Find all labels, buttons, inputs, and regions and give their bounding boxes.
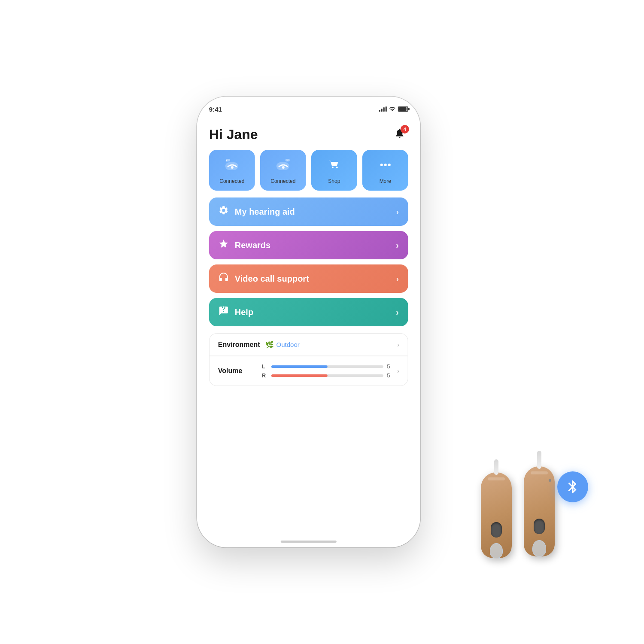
environment-chevron-icon: › bbox=[397, 341, 399, 348]
volume-chevron-icon: › bbox=[397, 368, 399, 374]
hearing-aid-right bbox=[524, 451, 558, 562]
volume-right-fill bbox=[271, 374, 328, 377]
more-tile[interactable]: More bbox=[362, 150, 408, 191]
phone-screen: 9:41 bbox=[197, 97, 420, 547]
right-aid-tip bbox=[532, 540, 546, 556]
svg-point-3 bbox=[231, 166, 233, 169]
greeting-text: Hi Jane bbox=[209, 127, 258, 143]
bottom-cards: Environment 🌿 Outdoor › Volume L bbox=[209, 333, 408, 386]
volume-left-number: 5 bbox=[387, 363, 392, 370]
svg-point-12 bbox=[388, 164, 390, 166]
quick-actions: L Connected R bbox=[209, 150, 408, 191]
signal-icon bbox=[379, 106, 387, 112]
environment-value[interactable]: 🌿 Outdoor bbox=[265, 340, 300, 349]
video-btn-left: Video call support bbox=[219, 272, 309, 285]
left-aid-tip bbox=[490, 543, 503, 558]
svg-point-10 bbox=[380, 164, 383, 166]
hearing-aids-illustration bbox=[438, 395, 567, 588]
volume-left-row: L 5 bbox=[262, 363, 392, 370]
right-aid-tube bbox=[537, 451, 541, 469]
volume-controls: L 5 R 5 bbox=[262, 363, 392, 379]
app-header: Hi Jane 4 bbox=[209, 126, 408, 143]
headset-icon bbox=[219, 272, 229, 285]
hearing-aid-chevron-icon: › bbox=[396, 207, 399, 217]
help-icon bbox=[219, 306, 229, 319]
hearing-aid-btn-text: My hearing aid bbox=[235, 207, 295, 217]
right-aid-body bbox=[524, 466, 555, 556]
status-icons bbox=[379, 106, 408, 112]
svg-point-11 bbox=[384, 164, 386, 166]
left-aid-button bbox=[491, 522, 502, 538]
volume-right-number: 5 bbox=[387, 372, 392, 379]
battery-icon bbox=[398, 106, 408, 112]
rewards-chevron-icon: › bbox=[396, 240, 399, 250]
volume-card[interactable]: Volume L 5 R bbox=[210, 356, 408, 386]
left-hearing-aid-icon: L bbox=[223, 156, 241, 174]
hearing-aid-button[interactable]: My hearing aid › bbox=[209, 197, 408, 226]
bluetooth-badge bbox=[557, 471, 588, 502]
video-call-button[interactable]: Video call support › bbox=[209, 264, 408, 293]
environment-setting: Outdoor bbox=[276, 341, 300, 348]
notification-badge: 4 bbox=[401, 125, 409, 134]
phone-shell: 9:41 bbox=[197, 97, 420, 547]
status-bar: 9:41 bbox=[197, 97, 420, 115]
dots-icon bbox=[376, 156, 394, 174]
help-btn-text: Help bbox=[235, 307, 253, 317]
svg-point-7 bbox=[282, 166, 284, 169]
volume-label: Volume bbox=[218, 367, 257, 375]
volume-left-track bbox=[271, 365, 383, 368]
help-btn-left: Help bbox=[219, 306, 253, 319]
home-bar bbox=[281, 541, 337, 543]
bluetooth-icon bbox=[565, 479, 580, 495]
svg-text:L: L bbox=[226, 159, 227, 162]
video-btn-text: Video call support bbox=[235, 274, 309, 284]
help-button[interactable]: Help › bbox=[209, 298, 408, 326]
left-aid-body bbox=[481, 472, 512, 558]
volume-left-channel: L bbox=[262, 363, 268, 370]
volume-left-fill bbox=[271, 365, 328, 368]
leaf-icon: 🌿 bbox=[265, 340, 274, 349]
left-aid-tube bbox=[494, 459, 498, 475]
shop-tile[interactable]: Shop bbox=[311, 150, 357, 191]
svg-text:R: R bbox=[286, 159, 288, 162]
right-aid-label: Connected bbox=[270, 178, 295, 184]
star-icon bbox=[219, 239, 229, 252]
volume-right-row: R 5 bbox=[262, 372, 392, 379]
app-content: Hi Jane 4 bbox=[197, 115, 420, 535]
volume-right-track bbox=[271, 374, 383, 377]
rewards-btn-left: Rewards bbox=[219, 239, 270, 252]
rewards-btn-text: Rewards bbox=[235, 240, 270, 250]
wifi-icon bbox=[389, 106, 396, 112]
environment-label: Environment bbox=[218, 341, 260, 349]
left-aid-tile[interactable]: L Connected bbox=[209, 150, 255, 191]
left-aid-label: Connected bbox=[219, 178, 244, 184]
status-time: 9:41 bbox=[209, 106, 222, 113]
right-aid-button bbox=[534, 519, 545, 534]
right-hearing-aid-icon: R bbox=[274, 156, 292, 174]
more-label: More bbox=[380, 178, 391, 184]
environment-card[interactable]: Environment 🌿 Outdoor › bbox=[210, 334, 408, 356]
home-indicator bbox=[197, 535, 420, 547]
right-aid-tile[interactable]: R Connected bbox=[260, 150, 306, 191]
svg-point-9 bbox=[336, 167, 337, 168]
svg-point-8 bbox=[331, 167, 333, 168]
volume-right-channel: R bbox=[262, 372, 268, 379]
video-chevron-icon: › bbox=[396, 274, 399, 284]
scene: 9:41 bbox=[86, 21, 558, 623]
gear-icon bbox=[219, 205, 229, 218]
hearing-aid-left bbox=[481, 459, 515, 571]
cart-icon bbox=[325, 156, 343, 174]
help-chevron-icon: › bbox=[396, 307, 399, 317]
menu-buttons: My hearing aid › Rewards bbox=[209, 197, 408, 326]
rewards-button[interactable]: Rewards › bbox=[209, 231, 408, 259]
hearing-aid-btn-left: My hearing aid bbox=[219, 205, 295, 218]
notification-bell[interactable]: 4 bbox=[391, 126, 408, 143]
shop-label: Shop bbox=[328, 178, 340, 184]
